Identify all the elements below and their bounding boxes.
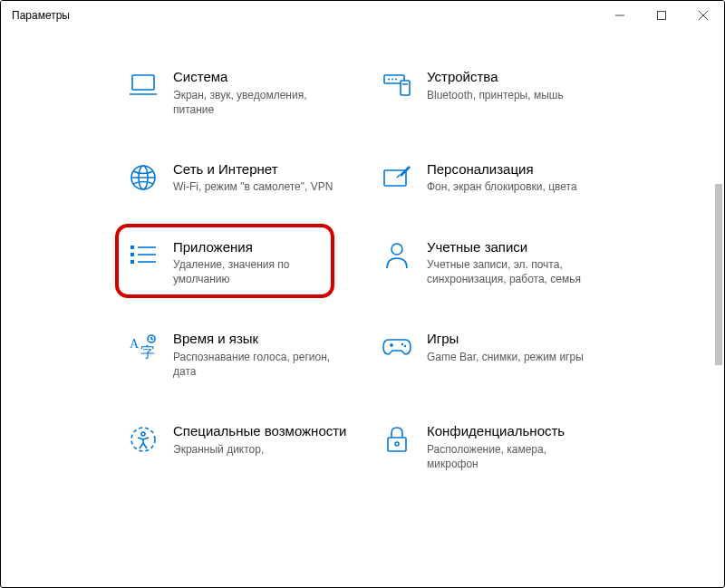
settings-item-system[interactable]: Система Экран, звук, уведомления, питани…	[128, 68, 382, 117]
svg-rect-19	[130, 260, 134, 264]
item-desc: Учетные записи, эл. почта, синхронизация…	[427, 257, 599, 286]
settings-item-ease-of-access[interactable]: Специальные возможности Экранный диктор,	[128, 422, 382, 471]
item-title: Приложения	[173, 238, 382, 256]
accessibility-icon	[128, 424, 159, 455]
svg-rect-7	[401, 81, 410, 95]
scrollbar-thumb[interactable]	[715, 184, 722, 365]
settings-grid: Система Экран, звук, уведомления, питани…	[1, 30, 724, 471]
item-desc: Удаление, значения по умолчанию	[173, 257, 345, 286]
svg-point-10	[395, 79, 397, 81]
svg-point-9	[392, 79, 393, 81]
settings-item-gaming[interactable]: Игры Game Bar, снимки, режим игры	[382, 330, 635, 379]
gamepad-icon	[382, 332, 412, 362]
item-desc: Экран, звук, уведомления, питание	[173, 88, 345, 117]
close-button[interactable]	[682, 1, 724, 30]
item-title: Устройства	[427, 68, 635, 86]
settings-item-time-language[interactable]: A 字 Время и язык Распознавание голоса, р…	[128, 330, 382, 379]
svg-text:A: A	[130, 337, 140, 351]
settings-item-privacy[interactable]: Конфиденциальность Расположение, камера,…	[382, 422, 635, 471]
svg-rect-4	[132, 75, 154, 90]
svg-point-23	[392, 244, 402, 255]
svg-line-28	[151, 339, 153, 340]
item-title: Игры	[427, 330, 635, 348]
laptop-icon	[128, 70, 159, 101]
content-area: Система Экран, звук, уведомления, питани…	[1, 30, 724, 588]
svg-line-16	[397, 175, 400, 178]
svg-point-8	[388, 79, 390, 81]
svg-point-31	[401, 343, 403, 345]
item-desc: Фон, экран блокировки, цвета	[427, 179, 599, 194]
window-title: Параметры	[12, 9, 599, 22]
item-title: Система	[173, 68, 382, 86]
language-icon: A 字	[128, 332, 159, 362]
item-title: Время и язык	[173, 330, 382, 348]
settings-item-devices[interactable]: Устройства Bluetooth, принтеры, мышь	[382, 68, 635, 117]
item-desc: Экранный диктор,	[173, 442, 345, 457]
item-title: Сеть и Интернет	[173, 160, 382, 178]
svg-point-36	[395, 442, 399, 446]
item-title: Учетные записи	[427, 238, 635, 256]
settings-item-personalization[interactable]: Персонализация Фон, экран блокировки, цв…	[382, 160, 635, 195]
item-desc: Bluetooth, принтеры, мышь	[427, 88, 599, 102]
maximize-button[interactable]	[641, 1, 682, 30]
minimize-button[interactable]	[599, 1, 641, 30]
globe-icon	[128, 162, 159, 193]
lock-icon	[382, 424, 412, 455]
person-icon	[382, 240, 412, 271]
svg-point-32	[404, 345, 406, 347]
item-title: Специальные возможности	[173, 422, 382, 440]
item-desc: Game Bar, снимки, режим игры	[427, 350, 599, 364]
svg-rect-1	[658, 12, 666, 20]
devices-icon	[382, 70, 412, 101]
item-desc: Wi-Fi, режим "в самолете", VPN	[173, 179, 345, 194]
title-bar: Параметры	[1, 1, 724, 30]
apps-list-icon	[128, 240, 159, 271]
settings-item-accounts[interactable]: Учетные записи Учетные записи, эл. почта…	[382, 238, 635, 287]
item-title: Персонализация	[427, 160, 635, 178]
settings-item-apps[interactable]: Приложения Удаление, значения по умолчан…	[128, 238, 382, 287]
item-title: Конфиденциальность	[427, 422, 635, 440]
settings-item-network[interactable]: Сеть и Интернет Wi-Fi, режим "в самолете…	[128, 160, 382, 195]
svg-point-34	[141, 432, 145, 436]
paint-icon	[382, 162, 412, 193]
item-desc: Расположение, камера, микрофон	[427, 442, 599, 471]
svg-rect-18	[130, 253, 134, 256]
svg-text:字: 字	[140, 344, 155, 360]
item-desc: Распознавание голоса, регион, дата	[173, 350, 345, 379]
window-controls	[599, 1, 724, 30]
svg-rect-35	[388, 438, 406, 451]
svg-rect-17	[130, 246, 134, 249]
